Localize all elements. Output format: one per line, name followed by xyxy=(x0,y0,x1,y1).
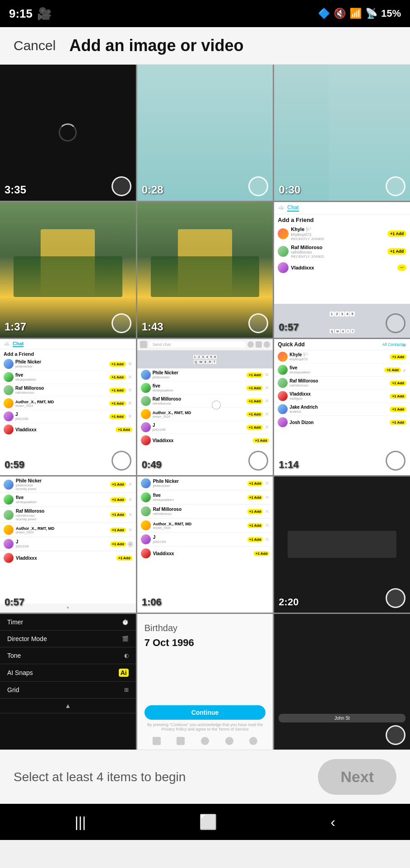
grid-item-12[interactable]: 2:20 xyxy=(274,476,410,613)
media-grid: 3:35 0:28 0:30 1:37 1:43 ☁️ Chat xyxy=(0,65,410,750)
grid-item-2[interactable]: 0:28 xyxy=(137,65,273,201)
wifi-icon: 📶 xyxy=(349,8,362,19)
selection-hint: Select at least 4 items to begin xyxy=(14,770,186,784)
grid-item-9[interactable]: Quick Add All Contacts › Khyle 🏳️ khylec… xyxy=(274,339,410,475)
select-circle-4[interactable] xyxy=(112,313,131,333)
duration-9: 1:14 xyxy=(279,459,298,471)
time: 9:15 xyxy=(9,7,33,21)
grid-item-3[interactable]: 0:30 xyxy=(274,65,410,201)
grid-item-15[interactable]: John St xyxy=(274,614,410,750)
select-circle-15[interactable] xyxy=(386,725,405,745)
select-circle-6[interactable] xyxy=(386,313,405,333)
duration-7: 0:59 xyxy=(5,459,24,471)
bottom-bar: Select at least 4 items to begin Next xyxy=(0,750,410,804)
status-bar: 9:15 🎥 🔷 🔇 📶 📡 15% xyxy=(0,0,410,27)
duration-8: 0:49 xyxy=(142,459,162,471)
duration-2: 0:28 xyxy=(142,184,163,196)
duration-11: 1:06 xyxy=(142,596,162,608)
camera-icon: 🎥 xyxy=(37,7,51,21)
duration-12: 2:20 xyxy=(279,596,298,608)
duration-6: 0:57 xyxy=(279,321,298,333)
grid-item-7[interactable]: ☁️ Chat Add a Friend Phile Nicker philen… xyxy=(0,339,136,475)
page-title: Add an image or video xyxy=(69,36,243,55)
select-circle-1[interactable] xyxy=(112,176,131,196)
bluetooth-icon: 🔷 xyxy=(318,8,330,19)
duration-5: 1:43 xyxy=(142,321,163,333)
grid-item-14[interactable]: Birthday 7 Oct 1996 Continue By pressing… xyxy=(137,614,273,750)
back-button[interactable]: ‹ xyxy=(331,814,335,830)
select-circle-2[interactable] xyxy=(248,176,268,196)
nav-bar: ||| ⬜ ‹ xyxy=(0,804,410,840)
select-circle-12[interactable] xyxy=(386,588,405,608)
status-left: 9:15 🎥 xyxy=(9,7,51,21)
cancel-button[interactable]: Cancel xyxy=(14,38,56,53)
duration-1: 3:35 xyxy=(5,184,26,196)
grid-item-8[interactable]: Send chat 1 2 3 4 5 6 Q W E xyxy=(137,339,273,475)
next-button[interactable]: Next xyxy=(318,759,396,795)
duration-4: 1:37 xyxy=(5,321,26,333)
recent-apps-button[interactable]: ||| xyxy=(75,814,86,830)
grid-item-13[interactable]: Timer ⏱️ Director Mode 🎬 Tone ◐ AI Snaps… xyxy=(0,614,136,750)
select-circle-9[interactable] xyxy=(386,451,405,471)
grid-item-11[interactable]: Phile Nickerphilenicker +1 Add ✕ fivestr… xyxy=(137,476,273,613)
battery: 15% xyxy=(381,8,401,19)
status-right: 🔷 🔇 📶 📡 15% xyxy=(318,8,401,19)
birthday-label: Birthday xyxy=(144,623,266,633)
grid-item-1[interactable]: 3:35 xyxy=(0,65,136,201)
grid-item-6[interactable]: ☁️ Chat Add a Friend Khyle 🏳️ khylecp672… xyxy=(274,202,410,338)
birthday-value: 7 Oct 1996 xyxy=(144,637,266,649)
mute-icon: 🔇 xyxy=(334,8,346,19)
duration-3: 0:30 xyxy=(279,184,300,196)
grid-item-10[interactable]: Phile Nickerphilenickerrecently joined +… xyxy=(0,476,136,613)
signal-icon: 📡 xyxy=(365,8,377,19)
grid-item-5[interactable]: 1:43 xyxy=(137,202,273,338)
header: Cancel Add an image or video xyxy=(0,27,410,65)
select-circle-7[interactable] xyxy=(112,451,131,471)
grid-item-4[interactable]: 1:37 xyxy=(0,202,136,338)
duration-10: 0:57 xyxy=(5,596,24,608)
home-button[interactable]: ⬜ xyxy=(199,813,217,830)
